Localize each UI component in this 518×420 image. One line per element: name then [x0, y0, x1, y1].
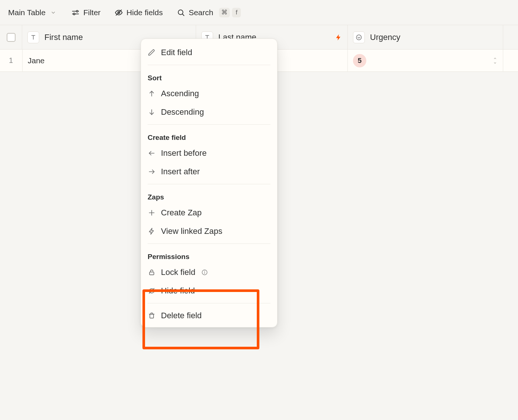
menu-hide-field[interactable]: Hide field: [141, 282, 277, 300]
column-label: First name: [44, 33, 83, 42]
menu-label: Ascending: [161, 89, 199, 98]
search-shortcut: ⌘ f: [219, 8, 241, 17]
svg-line-9: [182, 14, 184, 16]
hide-fields-button[interactable]: Hide fields: [113, 6, 164, 19]
menu-label: Lock field: [161, 268, 195, 277]
svg-rect-17: [149, 272, 154, 275]
lock-icon: [148, 268, 156, 276]
menu-divider: [148, 65, 270, 65]
search-icon: [177, 9, 185, 17]
menu-label: Create Zap: [161, 208, 202, 218]
cell-value: Jane: [28, 56, 45, 65]
menu-divider: [148, 243, 270, 244]
view-name-label: Main Table: [8, 8, 46, 17]
menu-heading-permissions: Permissions: [141, 247, 277, 263]
search-button[interactable]: Search ⌘ f: [175, 6, 243, 20]
svg-point-4: [73, 13, 75, 15]
chevron-up-icon: [492, 57, 498, 60]
arrow-left-icon: [148, 149, 156, 157]
chevron-down-icon: [492, 61, 498, 65]
svg-rect-23: [150, 314, 154, 318]
column-header-urgency[interactable]: Urgency: [348, 25, 503, 49]
plus-icon: [148, 209, 156, 217]
filter-label: Filter: [83, 8, 101, 17]
stepper[interactable]: [492, 57, 498, 65]
zap-icon: [335, 34, 342, 41]
menu-label: Descending: [161, 107, 204, 117]
checkbox-icon: [7, 33, 16, 42]
menu-heading-create-field: Create field: [141, 128, 277, 144]
svg-point-1: [76, 10, 78, 12]
menu-insert-after[interactable]: Insert after: [141, 162, 277, 181]
arrow-down-icon: [148, 108, 156, 116]
search-label: Search: [189, 8, 213, 17]
trash-icon: [148, 312, 156, 320]
field-context-menu: Edit field Sort Ascending Descending Cre…: [141, 38, 278, 327]
svg-point-10: [356, 35, 361, 40]
row-index[interactable]: 1: [0, 50, 22, 71]
kbd-f: f: [232, 8, 241, 17]
menu-divider: [148, 303, 270, 303]
select-all-cell[interactable]: [0, 25, 22, 49]
eye-off-icon: [148, 287, 156, 295]
menu-label: View linked Zaps: [161, 226, 222, 236]
menu-label: Insert after: [161, 167, 200, 177]
view-selector[interactable]: Main Table: [7, 6, 59, 19]
menu-insert-before[interactable]: Insert before: [141, 144, 277, 162]
menu-sort-ascending[interactable]: Ascending: [141, 84, 277, 103]
kbd-cmd: ⌘: [219, 8, 230, 17]
menu-heading-zaps: Zaps: [141, 187, 277, 204]
select-type-icon: [353, 31, 365, 43]
cell-urgency[interactable]: 5: [348, 50, 503, 71]
column-label: Urgency: [370, 33, 400, 42]
menu-sort-descending[interactable]: Descending: [141, 103, 277, 121]
menu-lock-field[interactable]: Lock field: [141, 263, 277, 282]
arrow-right-icon: [148, 168, 156, 176]
menu-label: Delete field: [161, 311, 202, 320]
menu-create-zap[interactable]: Create Zap: [141, 204, 277, 222]
menu-divider: [148, 184, 270, 184]
urgency-badge: 5: [353, 54, 366, 67]
chevron-down-icon: [49, 9, 57, 17]
filter-button[interactable]: Filter: [70, 6, 102, 19]
menu-label: Hide field: [161, 286, 195, 296]
arrow-up-icon: [148, 90, 156, 98]
svg-point-20: [205, 271, 205, 271]
menu-label: Insert before: [161, 148, 207, 158]
menu-divider: [148, 124, 270, 125]
eye-off-icon: [115, 9, 123, 17]
text-type-icon: [27, 31, 39, 43]
filter-icon: [71, 9, 80, 17]
info-icon: [201, 269, 208, 276]
pencil-icon: [148, 48, 156, 57]
menu-delete-field[interactable]: Delete field: [141, 306, 277, 325]
menu-label: Edit field: [161, 48, 192, 57]
hide-fields-label: Hide fields: [127, 8, 163, 17]
menu-heading-sort: Sort: [141, 68, 277, 84]
menu-edit-field[interactable]: Edit field: [141, 43, 277, 62]
zap-outline-icon: [148, 227, 156, 235]
menu-view-linked-zaps[interactable]: View linked Zaps: [141, 222, 277, 241]
toolbar: Main Table Filter Hide fields Search ⌘ f: [0, 0, 518, 25]
